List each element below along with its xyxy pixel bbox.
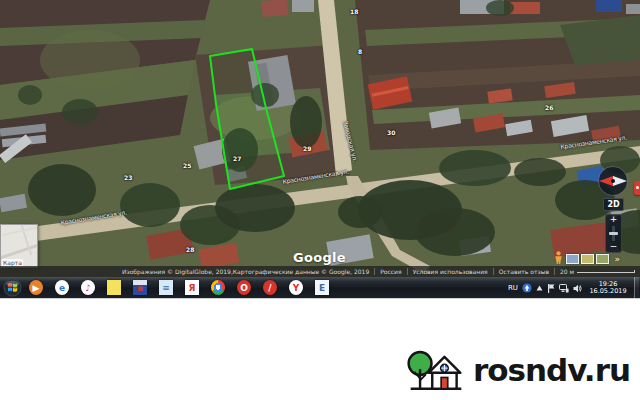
zoom-out-button[interactable]: − — [610, 242, 618, 252]
music-app-icon[interactable]: ♪ — [81, 280, 95, 295]
office-doc-icon-glyph: E — [319, 281, 325, 295]
taskbar-icons: ▶e♪▪≡ЯO/YE — [29, 280, 341, 295]
map-terrain — [0, 0, 640, 277]
photo-thumbnail[interactable] — [581, 254, 594, 264]
network-icon[interactable] — [559, 284, 569, 293]
page-background: rosndv.ru — [0, 300, 640, 400]
sticky-notes-icon[interactable] — [107, 280, 121, 295]
office-doc-icon[interactable]: E — [315, 280, 329, 295]
2d-mode-button[interactable]: 2D — [603, 198, 624, 211]
minimap[interactable]: Карта — [0, 224, 38, 268]
house-number-label: 23 — [124, 174, 132, 181]
scale-bar — [577, 270, 635, 273]
house-tree-logo-icon — [406, 346, 466, 394]
volume-icon[interactable] — [573, 284, 582, 293]
house-number-label: 28 — [186, 246, 194, 253]
house-number-label: 8 — [358, 48, 362, 55]
red-slash-app-icon-glyph: / — [268, 281, 271, 295]
floppy-save-icon-glyph: ▪ — [137, 281, 143, 295]
google-watermark: Google — [293, 250, 346, 265]
chrome-icon[interactable] — [211, 280, 225, 295]
house-number-label: 26 — [545, 104, 553, 111]
show-hidden-icons-chevron[interactable] — [536, 285, 543, 291]
yandex-icon[interactable]: Я — [185, 280, 199, 295]
photo-thumbs — [566, 254, 609, 264]
collapse-strip-icon[interactable]: » — [612, 254, 620, 264]
screenshot-canvas: Краснознаменская ул.Краснознаменская ул.… — [0, 0, 640, 400]
media-player-icon[interactable]: ▶ — [29, 280, 43, 295]
show-desktop-button[interactable] — [634, 277, 639, 299]
media-player-icon-glyph: ▶ — [33, 281, 40, 295]
photo-thumbnail[interactable] — [596, 254, 609, 264]
compass-control[interactable] — [597, 165, 629, 197]
house-number-label: 29 — [303, 145, 311, 152]
tray-app-icon[interactable] — [522, 283, 532, 293]
yandex-browser-icon[interactable]: Y — [289, 280, 303, 295]
red-slash-app-icon[interactable]: / — [263, 280, 277, 295]
house-number-label: 30 — [387, 129, 395, 136]
zoom-in-button[interactable]: + — [610, 215, 618, 225]
tray-date: 16.05.2019 — [586, 288, 630, 296]
attribution-links: РоссияУсловия использованияОставить отзы… — [374, 268, 554, 275]
zoom-control: + − — [605, 214, 622, 253]
system-tray: RU 19:26 16.05.2019 — [508, 277, 640, 299]
internet-explorer-icon-glyph: e — [59, 281, 65, 295]
house-number-label: 18 — [350, 8, 358, 15]
attribution-link[interactable]: Условия использования — [407, 268, 493, 275]
yandex-browser-icon-glyph: Y — [293, 281, 300, 295]
house-number-label: 25 — [183, 162, 191, 169]
floppy-save-icon[interactable]: ▪ — [133, 280, 147, 295]
taskbar: ▶e♪▪≡ЯO/YE RU 19:26 16. — [0, 277, 640, 299]
start-button[interactable] — [3, 278, 22, 297]
map-marker-pin[interactable] — [634, 181, 640, 195]
photo-thumbnail[interactable] — [566, 254, 579, 264]
pegman-icon[interactable] — [554, 251, 563, 264]
wordpad-icon[interactable]: ≡ — [159, 280, 173, 295]
opera-icon[interactable]: O — [237, 280, 251, 295]
music-app-icon-glyph: ♪ — [85, 281, 91, 295]
language-indicator[interactable]: RU — [508, 284, 518, 292]
scale-label: 20 м — [560, 268, 574, 275]
house-number-label: 27 — [233, 155, 241, 162]
yandex-icon-glyph: Я — [189, 281, 196, 295]
wordpad-icon-glyph: ≡ — [162, 281, 170, 295]
zoom-slider-handle[interactable] — [609, 232, 618, 235]
attribution-link[interactable]: Оставить отзыв — [493, 268, 554, 275]
site-logo: rosndv.ru — [406, 346, 630, 394]
tray-clock[interactable]: 19:26 16.05.2019 — [586, 281, 630, 296]
attribution-link[interactable]: Россия — [374, 268, 406, 275]
internet-explorer-icon[interactable]: e — [55, 280, 69, 295]
site-logo-text: rosndv.ru — [473, 355, 630, 386]
action-center-flag-icon[interactable] — [547, 284, 555, 293]
zoom-slider[interactable] — [612, 226, 615, 241]
map-copyright: Изображения © DigitalGlobe, 2019,Картогр… — [117, 268, 374, 275]
satellite-map[interactable]: Краснознаменская ул.Краснознаменская ул.… — [0, 0, 640, 277]
opera-icon-glyph: O — [240, 281, 248, 295]
map-scale: 20 м — [554, 268, 635, 275]
attribution-bar: Изображения © DigitalGlobe, 2019,Картогр… — [0, 266, 640, 277]
minimap-label: Карта — [2, 259, 23, 266]
